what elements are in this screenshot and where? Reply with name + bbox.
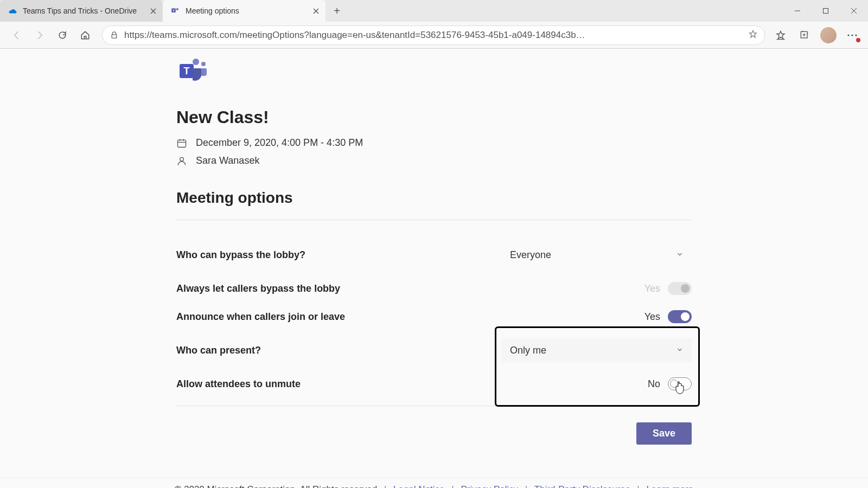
- option-unmute: Allow attendees to unmute No: [176, 370, 692, 398]
- minimize-button[interactable]: [783, 1, 812, 21]
- select-value: Only me: [510, 345, 546, 356]
- svg-point-13: [180, 157, 184, 161]
- svg-text:T: T: [173, 9, 175, 12]
- calendar-icon: [176, 138, 189, 149]
- page-body: T New Class! December 9, 2020, 4:00 PM -…: [0, 49, 868, 488]
- star-icon[interactable]: [748, 29, 758, 41]
- svg-point-7: [855, 34, 857, 36]
- svg-point-8: [193, 59, 199, 65]
- close-icon[interactable]: [149, 7, 157, 15]
- select-value: Everyone: [510, 249, 551, 261]
- svg-rect-12: [178, 140, 186, 147]
- tab-onedrive[interactable]: Teams Tips and Tricks - OneDrive: [0, 0, 163, 22]
- option-bypass-lobby: Who can bypass the lobby? Everyone: [176, 235, 692, 274]
- teams-logo: T: [176, 54, 692, 107]
- option-label: Announce when callers join or leave: [176, 311, 491, 323]
- toggle-label: Yes: [644, 311, 660, 323]
- chevron-down-icon: [676, 345, 684, 356]
- option-label: Who can present?: [176, 345, 491, 356]
- unmute-toggle[interactable]: [668, 377, 692, 390]
- divider: [176, 220, 692, 220]
- footer-link-legal[interactable]: Legal Notice: [393, 484, 445, 488]
- svg-text:T: T: [184, 66, 190, 76]
- teams-icon: T: [170, 6, 180, 16]
- meeting-datetime: December 9, 2020, 4:00 PM - 4:30 PM: [176, 137, 692, 149]
- maximize-button[interactable]: [812, 1, 840, 21]
- who-present-select[interactable]: Only me: [502, 338, 692, 362]
- svg-rect-3: [824, 9, 828, 14]
- copyright-text: © 2020 Microsoft Corporation. All Rights…: [175, 484, 377, 488]
- home-button[interactable]: [74, 24, 97, 46]
- option-label: Always let callers bypass the lobby: [176, 283, 491, 294]
- divider: [176, 406, 692, 406]
- option-announce: Announce when callers join or leave Yes: [176, 303, 692, 331]
- tab-meeting-options[interactable]: T Meeting options: [163, 0, 326, 22]
- footer: © 2020 Microsoft Corporation. All Rights…: [0, 477, 868, 488]
- tab-title: Teams Tips and Tricks - OneDrive: [23, 7, 144, 15]
- collections-button[interactable]: [794, 25, 815, 46]
- bypass-lobby-select[interactable]: Everyone: [502, 243, 692, 267]
- option-label: Allow attendees to unmute: [176, 378, 491, 390]
- toggle-label: No: [648, 378, 660, 390]
- chevron-down-icon: [676, 249, 684, 261]
- svg-point-6: [851, 34, 853, 36]
- option-label: Who can bypass the lobby?: [176, 249, 491, 261]
- new-tab-button[interactable]: +: [329, 3, 345, 19]
- tab-title: Meeting options: [186, 7, 307, 15]
- callers-bypass-toggle[interactable]: [668, 282, 692, 295]
- section-title: Meeting options: [176, 189, 692, 207]
- svg-point-9: [201, 62, 206, 66]
- svg-point-2: [176, 8, 179, 11]
- meeting-datetime-text: December 9, 2020, 4:00 PM - 4:30 PM: [196, 137, 363, 149]
- address-bar[interactable]: https://teams.microsoft.com/meetingOptio…: [102, 25, 765, 45]
- url-text: https://teams.microsoft.com/meetingOptio…: [124, 30, 743, 41]
- lock-icon: [109, 30, 119, 40]
- favorites-button[interactable]: [770, 25, 791, 46]
- back-button[interactable]: [5, 24, 28, 46]
- close-window-button[interactable]: [840, 1, 868, 21]
- meeting-organizer: Sara Wanasek: [176, 155, 692, 166]
- option-callers-bypass: Always let callers bypass the lobby Yes: [176, 274, 692, 303]
- onedrive-icon: [8, 6, 17, 16]
- close-icon[interactable]: [311, 7, 320, 15]
- organizer-name: Sara Wanasek: [196, 155, 259, 166]
- person-icon: [176, 156, 189, 166]
- footer-link-privacy[interactable]: Privacy Policy: [461, 484, 518, 488]
- footer-link-learn[interactable]: Learn more: [646, 484, 693, 488]
- toggle-label: Yes: [644, 283, 660, 294]
- profile-button[interactable]: [818, 25, 839, 46]
- window-controls: [783, 1, 868, 21]
- toolbar: https://teams.microsoft.com/meetingOptio…: [0, 22, 868, 49]
- save-button[interactable]: Save: [636, 422, 692, 445]
- option-who-present: Who can present? Only me: [176, 331, 692, 370]
- svg-point-5: [847, 34, 849, 36]
- announce-toggle[interactable]: [668, 310, 692, 323]
- forward-button[interactable]: [28, 24, 51, 46]
- menu-button[interactable]: [842, 25, 863, 46]
- refresh-button[interactable]: [51, 24, 74, 46]
- tab-bar: Teams Tips and Tricks - OneDrive T Meeti…: [0, 0, 868, 22]
- browser-chrome: Teams Tips and Tricks - OneDrive T Meeti…: [0, 0, 868, 49]
- footer-link-disclosures[interactable]: Third-Party Disclosures: [534, 484, 630, 488]
- notification-badge: [855, 37, 861, 43]
- meeting-title: New Class!: [176, 107, 692, 127]
- avatar: [820, 27, 837, 43]
